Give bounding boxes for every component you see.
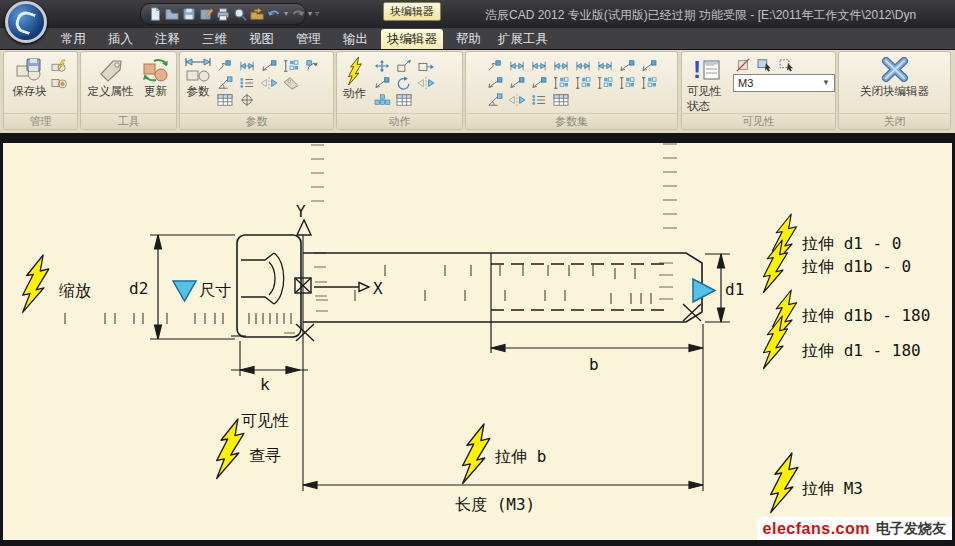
make-visible-button[interactable] — [755, 57, 774, 72]
panel-close: 关闭块编辑器 关闭 — [838, 51, 951, 130]
workspace-badge[interactable]: 块编辑器 — [383, 2, 441, 21]
flip-parameter-button[interactable] — [259, 75, 278, 90]
new-file-icon[interactable] — [148, 7, 162, 22]
close-block-editor-label: 关闭块编辑器 — [860, 84, 929, 99]
dimension-flip-grip[interactable] — [173, 281, 196, 301]
lookup-set-button[interactable] — [551, 92, 570, 107]
save-icon[interactable] — [182, 7, 196, 22]
preview-icon[interactable] — [233, 7, 247, 22]
visibility-parameter-button[interactable] — [237, 75, 256, 90]
open-file-icon[interactable] — [165, 7, 179, 22]
xy-stretch-quad-set-button[interactable] — [617, 75, 636, 90]
linear-parameter-button[interactable] — [237, 58, 256, 73]
stretch-action-button[interactable] — [416, 58, 435, 73]
undo-icon[interactable] — [267, 7, 281, 22]
linear-move-pair-set-button[interactable] — [573, 58, 592, 73]
basepoint-parameter-button[interactable] — [237, 92, 256, 107]
visibility-state-dropdown[interactable]: M3 ▼ — [733, 74, 835, 92]
print-icon[interactable] — [216, 7, 230, 22]
tab-express-tools[interactable]: 扩展工具 — [492, 29, 554, 49]
import-icon[interactable] — [250, 7, 264, 22]
tab-annotate[interactable]: 注释 — [144, 29, 191, 49]
alignment-parameter-button[interactable] — [215, 75, 234, 90]
panel-close-title: 关闭 — [839, 113, 950, 129]
flip-set-button[interactable] — [507, 92, 526, 107]
flip-grips[interactable] — [173, 279, 715, 302]
dimension-grip-label: 尺寸 — [199, 281, 231, 300]
undo-dropdown-icon[interactable]: ▾ — [284, 10, 288, 18]
polar-array-set-button[interactable] — [485, 75, 504, 90]
define-attribute-button[interactable]: 定义属性 — [88, 54, 134, 99]
move-action-button[interactable] — [372, 58, 391, 73]
tab-block-editor[interactable]: 块编辑器 — [381, 29, 443, 49]
polar-stretch-pair-set-button[interactable] — [529, 75, 548, 90]
redo-dropdown-icon[interactable]: ▾ — [308, 10, 312, 18]
qat-overflow-icon[interactable]: ▿ — [315, 10, 319, 18]
rotation-set-button[interactable] — [485, 92, 504, 107]
close-block-editor-button[interactable]: 关闭块编辑器 — [860, 54, 929, 99]
visibility-state-value: M3 — [738, 77, 753, 89]
length-label: 长度 (M3) — [455, 495, 535, 514]
polar-move-set-button[interactable] — [617, 58, 636, 73]
save-as-icon[interactable] — [199, 7, 213, 22]
tab-3d[interactable]: 三维 — [191, 29, 238, 49]
visibility-set-button[interactable] — [529, 92, 548, 107]
lookup-parameter-button[interactable] — [281, 75, 300, 90]
xy-move-pair-set-button[interactable] — [573, 75, 592, 90]
linear-array-set-button[interactable] — [551, 58, 570, 73]
d1-dimension: d1 — [718, 254, 745, 322]
tick-marks — [65, 265, 651, 324]
update-button[interactable]: 更新 — [142, 54, 170, 99]
lookup-action-label: 查寻 — [249, 446, 281, 465]
d1-label: d1 — [725, 280, 744, 299]
b-label: b — [589, 355, 599, 374]
array-action-button[interactable] — [372, 92, 391, 107]
flip-action-button[interactable] — [416, 75, 435, 90]
stretch-b-action-label: 拉伸 b — [495, 447, 546, 466]
polar-move-pair-set-button[interactable] — [507, 75, 526, 90]
rotation-parameter-button[interactable] — [303, 58, 322, 73]
visibility-mode-button[interactable] — [777, 57, 796, 72]
save-block-button[interactable]: 保存块 — [12, 54, 47, 99]
linear-stretch-pair-set-button[interactable] — [595, 58, 614, 73]
d1-flip-grip[interactable] — [693, 279, 715, 302]
stretch-b-action-bolt-icon[interactable] — [463, 424, 490, 484]
tab-view[interactable]: 视图 — [238, 29, 285, 49]
redo-icon[interactable] — [291, 7, 305, 22]
polar-parameter-button[interactable] — [259, 58, 278, 73]
drawing-area[interactable]: d2 k b 长度 (M3) d1 X Y — [3, 143, 952, 540]
svg-text:!: ! — [693, 57, 701, 83]
point-move-set-button[interactable] — [485, 58, 504, 73]
tab-output[interactable]: 输出 — [332, 29, 379, 49]
rotate-action-button[interactable] — [394, 75, 413, 90]
scale-action-bolt-icon[interactable] — [23, 255, 49, 312]
xy-move-quad-set-button[interactable] — [595, 75, 614, 90]
polar-stretch-set-button[interactable] — [639, 58, 658, 73]
tab-manage[interactable]: 管理 — [285, 29, 332, 49]
block-table-parameter-button[interactable] — [215, 92, 234, 107]
action-lightning-bolts[interactable] — [23, 214, 798, 513]
tab-help[interactable]: 帮助 — [445, 29, 492, 49]
test-block-button[interactable] — [50, 58, 69, 73]
lookup-action-bolt-icon[interactable] — [217, 419, 244, 479]
make-invisible-button[interactable] — [733, 57, 752, 72]
xy-parameter-button[interactable] — [281, 58, 300, 73]
action-button[interactable]: 动作 — [343, 54, 366, 101]
parameter-button[interactable]: 参数 — [184, 54, 212, 99]
linear-stretch-set-button[interactable] — [529, 58, 548, 73]
title-bar: ▾ ▾ ▿ 块编辑器 浩辰CAD 2012 专业版(试用版)已经过期 功能受限 … — [0, 0, 955, 28]
linear-move-set-button[interactable] — [507, 58, 526, 73]
tab-insert[interactable]: 插入 — [97, 29, 144, 49]
app-logo[interactable] — [5, 1, 47, 43]
point-parameter-button[interactable] — [215, 58, 234, 73]
scale-action-button[interactable] — [394, 58, 413, 73]
k-label: k — [260, 375, 270, 394]
lookup-action-button[interactable] — [394, 92, 413, 107]
xy-array-set-button[interactable] — [639, 75, 658, 90]
polar-stretch-action-button[interactable] — [372, 75, 391, 90]
visibility-states-button[interactable]: ! 可见性状态 — [687, 54, 727, 114]
xy-move-set-button[interactable] — [551, 75, 570, 90]
stretch-m3-bolt-icon[interactable] — [771, 453, 798, 513]
edit-block-button[interactable] — [50, 75, 69, 90]
tab-home[interactable]: 常用 — [50, 29, 97, 49]
